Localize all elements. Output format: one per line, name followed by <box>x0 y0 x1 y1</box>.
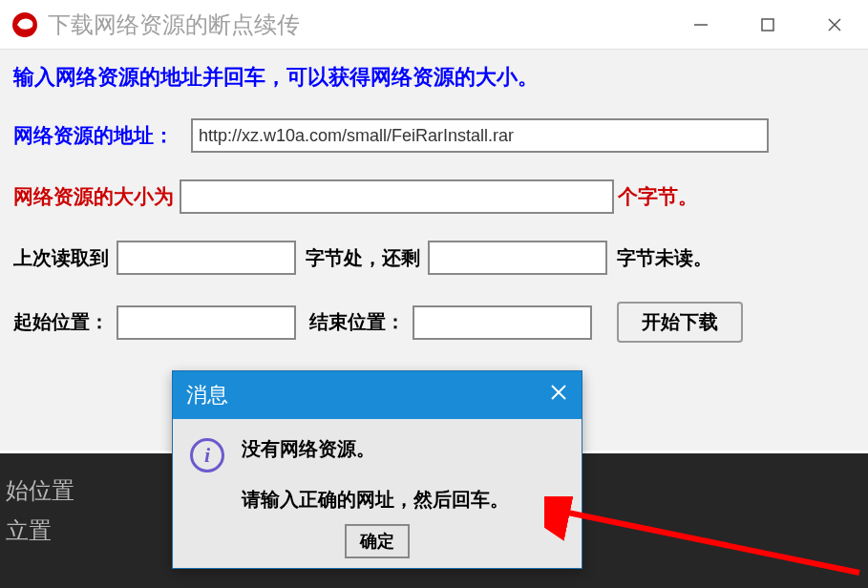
titlebar: 下载网络资源的断点续传 <box>0 0 868 50</box>
remain-input[interactable] <box>428 241 607 275</box>
size-input[interactable] <box>180 179 614 214</box>
dialog-message: 没有网络资源。 请输入正确的网址，然后回车。 <box>242 436 509 513</box>
dialog-titlebar: 消息 <box>173 371 582 419</box>
dialog-footer: 确定 <box>173 524 582 568</box>
size-row: 网络资源的大小为 个字节。 <box>13 179 855 214</box>
dialog-line1: 没有网络资源。 <box>242 436 509 462</box>
dialog-line2: 请输入正确的网址，然后回车。 <box>242 487 509 513</box>
last-read-label: 上次读取到 <box>13 245 109 271</box>
info-icon: i <box>190 438 224 472</box>
dialog-close-button[interactable] <box>549 383 568 408</box>
size-label: 网络资源的大小为 <box>13 183 174 210</box>
remain-suffix: 字节未读。 <box>617 245 712 271</box>
minimize-button[interactable] <box>667 1 734 49</box>
start-download-button[interactable]: 开始下载 <box>617 302 743 343</box>
remain-label: 字节处，还剩 <box>306 245 420 271</box>
start-pos-label: 起始位置： <box>13 309 109 335</box>
url-input[interactable] <box>191 118 769 153</box>
dialog-ok-button[interactable]: 确定 <box>345 524 410 558</box>
window-controls <box>667 1 868 49</box>
last-read-input[interactable] <box>116 241 296 275</box>
instruction-text: 输入网络资源的地址并回车，可以获得网络资源的大小。 <box>13 63 855 92</box>
url-row: 网络资源的地址： <box>13 118 855 153</box>
maximize-button[interactable] <box>734 1 801 49</box>
svg-rect-2 <box>762 19 773 31</box>
progress-row: 上次读取到 字节处，还剩 字节未读。 <box>13 241 855 275</box>
message-dialog: 消息 i 没有网络资源。 请输入正确的网址，然后回车。 确定 <box>172 370 582 569</box>
position-row: 起始位置： 结束位置： 开始下载 <box>13 302 855 343</box>
size-suffix: 个字节。 <box>618 183 698 210</box>
close-button[interactable] <box>801 1 868 49</box>
app-icon <box>11 11 38 38</box>
dialog-body: i 没有网络资源。 请输入正确的网址，然后回车。 <box>173 419 582 524</box>
end-pos-label: 结束位置： <box>309 309 405 335</box>
window-title: 下载网络资源的断点续传 <box>48 10 300 40</box>
start-pos-input[interactable] <box>116 305 296 340</box>
url-label: 网络资源的地址： <box>13 122 174 149</box>
end-pos-input[interactable] <box>413 305 592 340</box>
dialog-title: 消息 <box>186 381 228 410</box>
